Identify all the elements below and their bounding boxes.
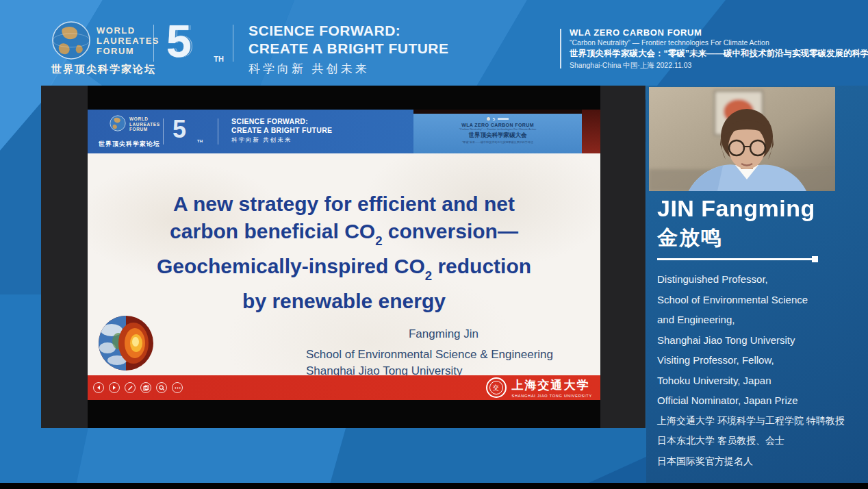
speaker-credential-line: and Engineering, [657, 310, 863, 330]
prev-icon[interactable] [93, 382, 104, 393]
wlf-logo-line1: WORLD [97, 25, 159, 36]
slogan-cn: 科学向新 共创未来 [248, 61, 449, 77]
next-icon[interactable] [109, 382, 120, 393]
speaker-name-en: JIN Fangming [657, 195, 815, 222]
mini-fifth: 5 [493, 117, 495, 121]
speaker-credential-line: Tohoku University, Japan [657, 371, 863, 391]
forum-divider [560, 29, 561, 68]
copy-icon[interactable] [140, 382, 151, 393]
speaker-credentials: Distinguished Professor,School of Enviro… [657, 269, 863, 471]
shared-screen: WORLD LAUREATES FORUM 世界顶尖科学家论坛 5 TH SCI… [88, 86, 600, 428]
globe-icon [51, 21, 91, 60]
slide-slogan-line1: SCIENCE FORWARD: [231, 117, 332, 126]
speaker-credential-line: School of Environmental Science [657, 290, 863, 310]
presentation-slide: WORLD LAUREATES FORUM 世界顶尖科学家论坛 5 TH SCI… [88, 110, 600, 400]
stage: WORLD LAUREATES FORUM 世界顶尖科学家论坛 5 TH SCI… [0, 0, 868, 489]
slide-banner-divider [163, 118, 164, 145]
mini-globe-icon [487, 117, 490, 121]
slide-logo-line1: WORLD [129, 116, 160, 122]
slide-globe-icon [110, 115, 126, 131]
forum-title: WLA ZERO CARBON FORUM [570, 27, 868, 38]
slide-forum-subtitle-cn: “零碳”未来——碳中和技术前沿与实现零碳发展的科学路径 [422, 140, 573, 144]
speaker-video[interactable] [649, 87, 835, 191]
speaker-credential-line: Visiting Professor, Fellow, [657, 350, 863, 371]
author-dept: School of Environmental Science & Engine… [306, 347, 581, 363]
slide-logo-line2: LAUREATES [129, 122, 160, 127]
slide-banner-divider [218, 118, 218, 145]
presentation-video[interactable]: WORLD LAUREATES FORUM 世界顶尖科学家论坛 5 TH SCI… [41, 86, 646, 428]
earth-cutaway-image [98, 315, 154, 371]
wlf-logo-line2: LAUREATES [97, 36, 159, 46]
slide-controls [93, 382, 183, 393]
fifth-anniversary-mark: 5 TH [166, 15, 225, 70]
slide-red-corner [582, 110, 600, 153]
slide-forum-box: 5 WLA ZERO CARBON FORUM “Carbon Neutrali… [413, 114, 582, 153]
slide-slogan-line2: CREATE A BRIGHT FUTURE [231, 126, 332, 135]
wlf-logo-cn: 世界顶尖科学家论坛 [51, 63, 156, 76]
sjtu-name-cn: 上海交通大学 [512, 377, 592, 393]
fifth-suffix: TH [214, 55, 224, 63]
slide-banner: WORLD LAUREATES FORUM 世界顶尖科学家论坛 5 TH SCI… [88, 110, 600, 153]
slide-title-line: by renewable energy [88, 288, 600, 315]
speaker-name-cn: 金放鸣 [657, 224, 723, 252]
header-divider [233, 25, 233, 62]
header-divider [153, 25, 154, 62]
slide-footer-bar: 交 上海交通大学 SHANGHAI JIAO TONG UNIVERSITY [88, 375, 600, 400]
forum-location-date: Shanghai·China 中国·上海 2022.11.03 [570, 60, 868, 70]
slide-fifth-mark: 5 TH [173, 115, 203, 148]
author-name: Fangming Jin [306, 326, 581, 342]
speaker-credential-line: Shanghai Jiao Tong University [657, 330, 863, 351]
pen-icon[interactable] [125, 382, 136, 393]
slide-title: A new strategy for efficient and netcarb… [88, 190, 600, 315]
speaker-credential-line: Official Nominator, Japan Prize [657, 390, 863, 411]
slide-slogan-cn: 科学向新 共创未来 [231, 136, 332, 145]
speaker-portrait [649, 87, 835, 191]
speaker-credential-line: 日本东北大学 客员教授、会士 [657, 431, 863, 451]
speaker-rule-endcap [812, 256, 818, 262]
mini-wordmark [498, 118, 509, 120]
wlf-logo-line3: FORUM [97, 46, 159, 56]
sjtu-seal-icon: 交 [486, 377, 507, 398]
slide-logo-cn: 世界顶尖科学家论坛 [99, 140, 160, 149]
letterbox-bar [0, 483, 868, 489]
speaker-credential-line: 上海交通大学 环境科学与工程学院 特聘教授 [657, 411, 863, 431]
slide-author-block: Fangming Jin School of Environmental Sci… [306, 326, 581, 379]
slide-logo-line3: FORUM [129, 127, 160, 132]
slide-forum-title: WLA ZERO CARBON FORUM [413, 123, 582, 127]
speaker-rule [657, 258, 812, 260]
sjtu-logo: 交 上海交通大学 SHANGHAI JIAO TONG UNIVERSITY [486, 377, 592, 398]
forum-title-cn: 世界顶尖科学家碳大会：“零碳”未来——碳中和技术前沿与实现零碳发展的科学路径 [570, 47, 868, 60]
slide-title-line: Geochemically-inspired CO2 reduction [88, 253, 600, 288]
speaker-credential-line: Distinguished Professor, [657, 269, 863, 290]
zoom-icon[interactable] [156, 382, 167, 393]
event-header: WORLD LAUREATES FORUM 世界顶尖科学家论坛 5 TH SCI… [0, 0, 868, 81]
more-icon[interactable] [172, 382, 183, 393]
event-slogan: SCIENCE FORWARD: CREATE A BRIGHT FUTURE … [248, 22, 449, 77]
slide-title-line: carbon beneficial CO2 conversion— [88, 218, 600, 253]
slide-forum-subtitle: “Carbon Neutrality” — Frontier technolog… [422, 127, 573, 131]
slogan-line1: SCIENCE FORWARD: [248, 22, 449, 40]
fifth-numeral: 5 [166, 16, 192, 66]
forum-info: WLA ZERO CARBON FORUM “Carbon Neutrality… [570, 27, 868, 70]
slide-forum-title-cn: 世界顶尖科学家碳大会 [413, 131, 582, 140]
sjtu-name-en: SHANGHAI JIAO TONG UNIVERSITY [512, 394, 592, 398]
slide-fifth-suffix: TH [197, 139, 203, 143]
slide-forum-mini-logos: 5 [413, 116, 582, 121]
forum-subtitle: “Carbon Neutrality” — Frontier technolog… [570, 38, 868, 47]
speaker-credential-line: 日本国际奖官方提名人 [657, 451, 863, 472]
slide-fifth-numeral: 5 [173, 115, 186, 143]
slogan-line2: CREATE A BRIGHT FUTURE [248, 40, 449, 58]
slide-slogan: SCIENCE FORWARD: CREATE A BRIGHT FUTURE … [231, 117, 332, 145]
slide-title-line: A new strategy for efficient and net [88, 190, 600, 218]
speaker-panel: JIN Fangming 金放鸣 Distinguished Professor… [646, 86, 868, 484]
